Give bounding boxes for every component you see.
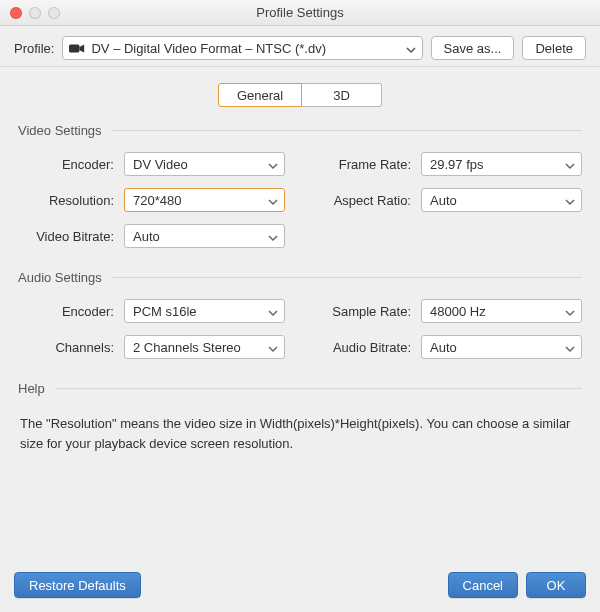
chevron-down-icon <box>268 306 278 316</box>
help-legend: Help <box>18 381 582 396</box>
video-settings-group: Video Settings Encoder: DV Video Frame R… <box>18 123 582 248</box>
channels-label: Channels: <box>18 340 114 355</box>
chevron-down-icon <box>268 195 278 205</box>
audio-encoder-select[interactable]: PCM s16le <box>124 299 285 323</box>
title-bar: Profile Settings <box>0 0 600 26</box>
audio-settings-legend: Audio Settings <box>18 270 582 285</box>
resolution-select[interactable]: 720*480 <box>124 188 285 212</box>
chevron-down-icon <box>565 342 575 352</box>
camcorder-icon <box>69 42 85 54</box>
profile-toolbar: Profile: DV – Digital Video Format – NTS… <box>0 26 600 67</box>
chevron-down-icon <box>268 342 278 352</box>
audio-bitrate-select[interactable]: Auto <box>421 335 582 359</box>
chevron-down-icon <box>565 195 575 205</box>
chevron-down-icon <box>565 159 575 169</box>
help-group: Help The "Resolution" means the video si… <box>18 381 582 454</box>
resolution-label: Resolution: <box>18 193 114 208</box>
video-settings-legend: Video Settings <box>18 123 582 138</box>
chevron-down-icon <box>268 159 278 169</box>
ok-button[interactable]: OK <box>526 572 586 598</box>
video-bitrate-select[interactable]: Auto <box>124 224 285 248</box>
save-as-button[interactable]: Save as... <box>431 36 515 60</box>
tab-bar: General 3D <box>18 83 582 107</box>
profile-label: Profile: <box>14 41 54 56</box>
aspect-ratio-label: Aspect Ratio: <box>315 193 411 208</box>
chevron-down-icon <box>565 306 575 316</box>
close-window-button[interactable] <box>10 7 22 19</box>
cancel-button[interactable]: Cancel <box>448 572 518 598</box>
dialog-footer: Restore Defaults Cancel OK <box>0 562 600 612</box>
svg-marker-1 <box>80 44 85 52</box>
video-encoder-select[interactable]: DV Video <box>124 152 285 176</box>
profile-select-value: DV – Digital Video Format – NTSC (*.dv) <box>91 41 326 56</box>
sample-rate-select[interactable]: 48000 Hz <box>421 299 582 323</box>
chevron-down-icon <box>406 43 416 53</box>
audio-encoder-label: Encoder: <box>18 304 114 319</box>
sample-rate-label: Sample Rate: <box>315 304 411 319</box>
minimize-window-button[interactable] <box>29 7 41 19</box>
audio-bitrate-label: Audio Bitrate: <box>315 340 411 355</box>
delete-button[interactable]: Delete <box>522 36 586 60</box>
window-controls <box>0 7 60 19</box>
frame-rate-label: Frame Rate: <box>315 157 411 172</box>
help-text: The "Resolution" means the video size in… <box>18 410 582 454</box>
frame-rate-select[interactable]: 29.97 fps <box>421 152 582 176</box>
window-title: Profile Settings <box>0 5 600 20</box>
profile-select[interactable]: DV – Digital Video Format – NTSC (*.dv) <box>62 36 422 60</box>
audio-settings-group: Audio Settings Encoder: PCM s16le Sample… <box>18 270 582 359</box>
video-encoder-label: Encoder: <box>18 157 114 172</box>
zoom-window-button[interactable] <box>48 7 60 19</box>
restore-defaults-button[interactable]: Restore Defaults <box>14 572 141 598</box>
aspect-ratio-select[interactable]: Auto <box>421 188 582 212</box>
tab-general[interactable]: General <box>218 83 302 107</box>
svg-rect-0 <box>69 44 79 52</box>
video-bitrate-label: Video Bitrate: <box>18 229 114 244</box>
tab-3d[interactable]: 3D <box>302 83 382 107</box>
channels-select[interactable]: 2 Channels Stereo <box>124 335 285 359</box>
chevron-down-icon <box>268 231 278 241</box>
